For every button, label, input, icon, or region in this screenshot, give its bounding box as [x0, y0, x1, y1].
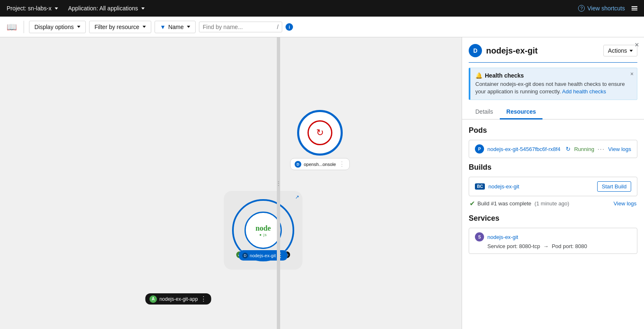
- book-icon[interactable]: 📖: [7, 22, 17, 32]
- tab-details-label: Details: [475, 108, 493, 115]
- top-navbar: Project: sn-labs-x Application: All appl…: [0, 0, 644, 17]
- app-label-bar[interactable]: A nodejs-ex-git-app ⋮: [145, 293, 211, 305]
- service-header: S nodejs-ex-git: [475, 232, 631, 241]
- service-detail: Service port: 8080-tcp → Pod port: 8080: [487, 243, 631, 249]
- application-selector[interactable]: Application: All applications: [68, 5, 145, 12]
- view-shortcuts-label: View shortcuts: [587, 5, 625, 12]
- openshift-node[interactable]: ↻ D opensh...onsole ⋮: [290, 110, 350, 170]
- nodejs-sub-text: ● js: [259, 233, 267, 237]
- health-banner-text: Container nodejs-ex-git does not have he…: [475, 80, 632, 95]
- external-link-icon[interactable]: ↗: [295, 194, 299, 200]
- nav-left: Project: sn-labs-x Application: All appl…: [7, 5, 145, 12]
- build-status-row: ✔ Build #1 was complete (1 minute ago) V…: [469, 200, 637, 207]
- health-banner-title: 🔔 Health checks: [475, 72, 632, 79]
- panel-title-divider: [469, 62, 637, 63]
- main-area: A nodejs-ex-git-app ⋮ ↗ node ● js ✓ ⊙ D: [0, 37, 644, 329]
- build-name-link[interactable]: nodejs-ex-git: [488, 183, 594, 190]
- toolbar-separator: [24, 21, 24, 33]
- s-badge: S: [475, 232, 484, 241]
- display-options-label: Display options: [34, 24, 74, 30]
- tab-resources[interactable]: Resources: [500, 105, 543, 119]
- pod-ellipsis-icon[interactable]: ···: [598, 146, 605, 152]
- view-shortcuts-link[interactable]: ? View shortcuts: [578, 5, 625, 12]
- filter-funnel-icon: ▼: [160, 24, 166, 30]
- project-label: Project: sn-labs-x: [7, 5, 51, 12]
- openshift-kebab-icon[interactable]: ⋮: [339, 160, 345, 168]
- display-options-chevron-icon: [77, 26, 80, 28]
- close-icon: ×: [634, 41, 639, 49]
- d-badge: D: [242, 253, 248, 258]
- name-filter-button[interactable]: ▼ Name: [155, 21, 196, 33]
- toolbar: 📖 Display options Filter by resource ▼ N…: [0, 17, 644, 37]
- nodejs-logo-text: node: [255, 224, 271, 233]
- actions-button[interactable]: Actions: [603, 45, 637, 56]
- pod-badge-letter: P: [478, 147, 481, 151]
- side-panel-title: nodejs-ex-git: [486, 46, 599, 56]
- pods-section-title: Pods: [469, 126, 637, 135]
- side-panel-header: D nodejs-ex-git Actions ×: [462, 37, 644, 57]
- banner-close-button[interactable]: ×: [630, 71, 634, 77]
- nodejs-node-card[interactable]: ↗ node ● js ✓ ⊙ D nodejs-ex-git ⋮: [224, 191, 303, 270]
- project-selector[interactable]: Project: sn-labs-x: [7, 5, 58, 12]
- application-label: Application: All applications: [68, 5, 138, 12]
- side-panel: D nodejs-ex-git Actions × 🔔 Health check…: [462, 37, 644, 329]
- service-item: S nodejs-ex-git Service port: 8080-tcp →…: [469, 228, 637, 254]
- grid-menu-icon[interactable]: [632, 6, 637, 10]
- info-label: i: [289, 24, 290, 29]
- side-panel-icon-letter: D: [473, 47, 477, 54]
- s-badge-letter: S: [478, 235, 481, 239]
- pod-status-text: Running: [574, 146, 594, 152]
- display-options-button[interactable]: Display options: [29, 21, 86, 33]
- actions-chevron-icon: [629, 50, 633, 52]
- topology-canvas[interactable]: A nodejs-ex-git-app ⋮ ↗ node ● js ✓ ⊙ D: [0, 37, 462, 329]
- service-pod-port: Pod port: 8080: [552, 243, 587, 249]
- nodejs-text-block: node ● js: [255, 224, 271, 237]
- openshift-label[interactable]: D opensh...onsole ⋮: [290, 158, 350, 170]
- panel-separator[interactable]: ⋮: [277, 37, 280, 329]
- pod-badge: P: [475, 144, 484, 154]
- side-panel-content: Pods P nodejs-ex-git-54567fbc6f-rx8f4 ↻ …: [462, 119, 644, 329]
- openshift-label-text: opensh...onsole: [304, 162, 336, 167]
- app-chevron-icon: [141, 7, 145, 10]
- arrow-right-icon: →: [543, 243, 549, 249]
- tab-resources-label: Resources: [506, 108, 536, 115]
- start-build-button[interactable]: Start Build: [597, 181, 631, 192]
- nav-right: ? View shortcuts: [578, 5, 637, 12]
- separator-handle-icon: ⋮: [276, 180, 281, 186]
- build-status-text: Build #1 was complete (1 minute ago): [477, 200, 569, 207]
- project-chevron-icon: [55, 7, 58, 10]
- app-label-text: nodejs-ex-git-app: [160, 296, 198, 302]
- search-input[interactable]: [203, 24, 275, 30]
- refresh-icon: ↻: [316, 127, 324, 138]
- bc-badge: BC: [475, 183, 485, 190]
- add-health-checks-link[interactable]: Add health checks: [562, 88, 606, 95]
- bell-icon: 🔔: [475, 72, 482, 79]
- service-name-link[interactable]: nodejs-ex-git: [487, 234, 518, 240]
- pod-view-logs-link[interactable]: View logs: [608, 146, 631, 152]
- info-icon[interactable]: i: [286, 23, 293, 31]
- deployment-name: nodejs-ex-git: [250, 253, 276, 258]
- service-port-label: Service port: 8080-tcp: [487, 243, 540, 249]
- close-panel-button[interactable]: ×: [634, 41, 639, 49]
- health-title-text: Health checks: [485, 72, 524, 79]
- filter-by-resource-button[interactable]: Filter by resource: [89, 21, 151, 33]
- openshift-ring: ↻: [297, 110, 343, 156]
- side-panel-d-icon: D: [469, 44, 482, 57]
- tab-details[interactable]: Details: [469, 105, 500, 119]
- services-section-title: Services: [469, 214, 637, 223]
- app-kebab-icon[interactable]: ⋮: [200, 295, 207, 303]
- app-letter-badge: A: [150, 295, 157, 303]
- actions-label: Actions: [608, 47, 627, 54]
- question-icon: ?: [578, 5, 585, 12]
- name-chevron-icon: [187, 26, 190, 28]
- build-item: BC nodejs-ex-git Start Build: [469, 177, 637, 196]
- pod-status: Running: [574, 146, 594, 152]
- build-check-icon: ✔: [470, 200, 475, 207]
- search-divider: /: [277, 24, 278, 30]
- pod-name-link[interactable]: nodejs-ex-git-54567fbc6f-rx8f4: [487, 146, 562, 152]
- spin-refresh-icon: ↻: [566, 146, 571, 152]
- search-input-wrap: /: [199, 22, 282, 32]
- openshift-d-badge: D: [295, 161, 301, 168]
- build-view-logs-link[interactable]: View logs: [614, 200, 637, 207]
- filter-resource-chevron-icon: [143, 26, 146, 28]
